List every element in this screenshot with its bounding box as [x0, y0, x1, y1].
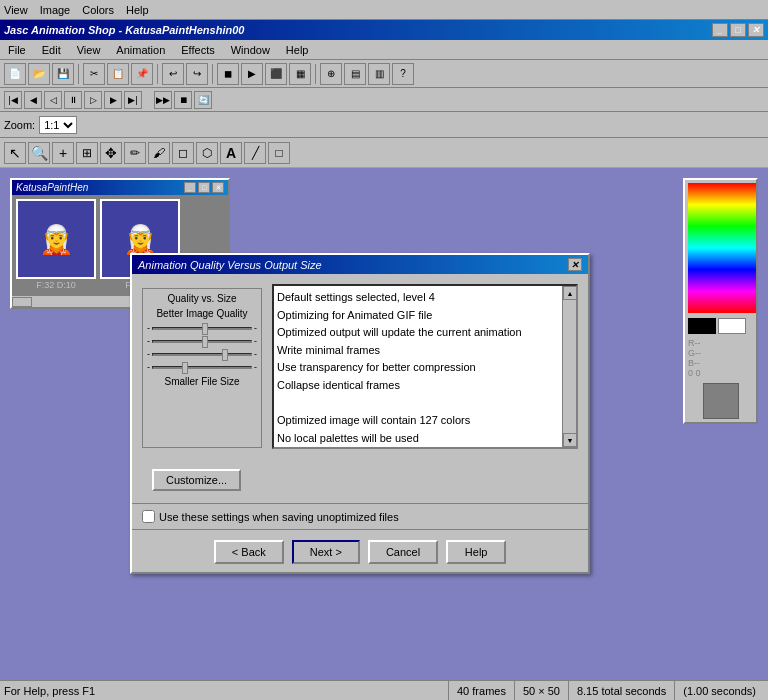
dialog-title-text: Animation Quality Versus Output Size [138, 259, 322, 271]
pause-button[interactable]: ⏸ [64, 91, 82, 109]
menu-help[interactable]: Help [126, 4, 149, 16]
menu-view[interactable]: View [73, 43, 105, 57]
menu-bar-top: View Image Colors Help [0, 0, 768, 20]
zoom-select[interactable]: 1:1 1:2 2:1 4:1 [39, 116, 77, 134]
frames-close-btn[interactable]: ✕ [212, 182, 224, 193]
frames-max-btn[interactable]: □ [198, 182, 210, 193]
dialog-close-button[interactable]: ✕ [568, 258, 582, 271]
frames-min-btn[interactable]: _ [184, 182, 196, 193]
menu-image[interactable]: Image [40, 4, 71, 16]
menu-file[interactable]: File [4, 43, 30, 57]
new-button[interactable]: 📄 [4, 63, 26, 85]
menu-animation[interactable]: Animation [112, 43, 169, 57]
slider-4[interactable] [152, 366, 252, 369]
redo-button[interactable]: ↪ [186, 63, 208, 85]
pen-tool[interactable]: ✏ [124, 142, 146, 164]
white-swatch[interactable] [718, 318, 746, 334]
slider-dash-2: - [147, 336, 150, 346]
save-button[interactable]: 💾 [52, 63, 74, 85]
next-frame-button[interactable]: ▶ [104, 91, 122, 109]
back-button[interactable]: < Back [214, 540, 284, 564]
cancel-button[interactable]: Cancel [368, 540, 438, 564]
tb-btn-7[interactable]: ▥ [368, 63, 390, 85]
app-menu: File Edit View Animation Effects Window … [0, 40, 768, 60]
scroll-up-arrow[interactable]: ▲ [563, 286, 577, 300]
zoom-label: Zoom: [4, 119, 35, 131]
fill-tool[interactable]: ⬡ [196, 142, 218, 164]
slider-dash-4: - [147, 362, 150, 372]
close-button[interactable]: ✕ [748, 23, 764, 37]
last-frame-button[interactable]: ▶| [124, 91, 142, 109]
frame-1[interactable]: 🧝 F:32 D:10 [16, 199, 96, 291]
black-swatch[interactable] [688, 318, 716, 334]
slider-dash-r2: - [254, 336, 257, 346]
dialog-separator [132, 503, 588, 504]
scroll-down-arrow[interactable]: ▼ [563, 433, 577, 447]
menu-help[interactable]: Help [282, 43, 313, 57]
status-frames: 40 frames [448, 681, 514, 701]
scroll-thumb[interactable] [12, 297, 32, 307]
paste-button[interactable]: 📌 [131, 63, 153, 85]
dialog-separator-2 [132, 529, 588, 530]
arrow-tool[interactable]: ↖ [4, 142, 26, 164]
next-button[interactable]: Next > [292, 540, 360, 564]
maximize-button[interactable]: □ [730, 23, 746, 37]
first-frame-button[interactable]: |◀ [4, 91, 22, 109]
slider-row-3: - - [147, 349, 257, 359]
menu-colors[interactable]: Colors [82, 4, 114, 16]
zoom-tool[interactable]: 🔍 [28, 142, 50, 164]
brush-tool[interactable]: 🖌 [148, 142, 170, 164]
slider-row-1: - - [147, 323, 257, 333]
slider-dash-r4: - [254, 362, 257, 372]
rect-tool[interactable]: □ [268, 142, 290, 164]
tb-btn-8[interactable]: ? [392, 63, 414, 85]
quality-vs-size-label: Quality vs. Size [147, 293, 257, 304]
undo-button[interactable]: ↩ [162, 63, 184, 85]
loop-button[interactable]: 🔄 [194, 91, 212, 109]
slider-1[interactable] [152, 327, 252, 330]
step-fwd-button[interactable]: ▷ [84, 91, 102, 109]
info-line-6 [277, 395, 559, 413]
help-button[interactable]: Help [446, 540, 506, 564]
tb-btn-6[interactable]: ▤ [344, 63, 366, 85]
crop-tool[interactable]: ⊞ [76, 142, 98, 164]
color-gradient[interactable] [688, 183, 756, 313]
minimize-button[interactable]: _ [712, 23, 728, 37]
text-tool[interactable]: A [220, 142, 242, 164]
move-tool[interactable]: ✥ [100, 142, 122, 164]
frame-info-1: F:32 D:10 [34, 279, 78, 291]
step-back-button[interactable]: ◁ [44, 91, 62, 109]
menu-view[interactable]: View [4, 4, 28, 16]
tb-btn-2[interactable]: ▶ [241, 63, 263, 85]
cut-button[interactable]: ✂ [83, 63, 105, 85]
frames-title-btns: _ □ ✕ [184, 182, 224, 193]
tb-btn-5[interactable]: ⊕ [320, 63, 342, 85]
menu-edit[interactable]: Edit [38, 43, 65, 57]
save-settings-checkbox[interactable] [142, 510, 155, 523]
line-tool[interactable]: ╱ [244, 142, 266, 164]
save-settings-label: Use these settings when saving unoptimiz… [159, 511, 399, 523]
crosshair-tool[interactable]: + [52, 142, 74, 164]
dialog: Animation Quality Versus Output Size ✕ Q… [130, 253, 590, 574]
open-button[interactable]: 📂 [28, 63, 50, 85]
status-seconds: (1.00 seconds) [674, 681, 764, 701]
status-bar: For Help, press F1 40 frames 50 × 50 8.1… [0, 680, 768, 700]
tb-btn-1[interactable]: ◼ [217, 63, 239, 85]
eraser-tool[interactable]: ◻ [172, 142, 194, 164]
toolbar-sep-2 [157, 64, 158, 84]
menu-effects[interactable]: Effects [177, 43, 218, 57]
slider-2[interactable] [152, 340, 252, 343]
copy-button[interactable]: 📋 [107, 63, 129, 85]
slider-3[interactable] [152, 353, 252, 356]
customize-button[interactable]: Customize... [152, 469, 241, 491]
menu-window[interactable]: Window [227, 43, 274, 57]
preview-swatch [703, 383, 739, 419]
scroll-track [563, 300, 576, 433]
tb-btn-4[interactable]: ▦ [289, 63, 311, 85]
play-button[interactable]: ▶▶ [154, 91, 172, 109]
stop-button[interactable]: ⏹ [174, 91, 192, 109]
tb-btn-3[interactable]: ⬛ [265, 63, 287, 85]
customize-area: Customize... [132, 459, 588, 501]
prev-frame-button[interactable]: ◀ [24, 91, 42, 109]
sprite-1: 🧝 [39, 223, 74, 256]
